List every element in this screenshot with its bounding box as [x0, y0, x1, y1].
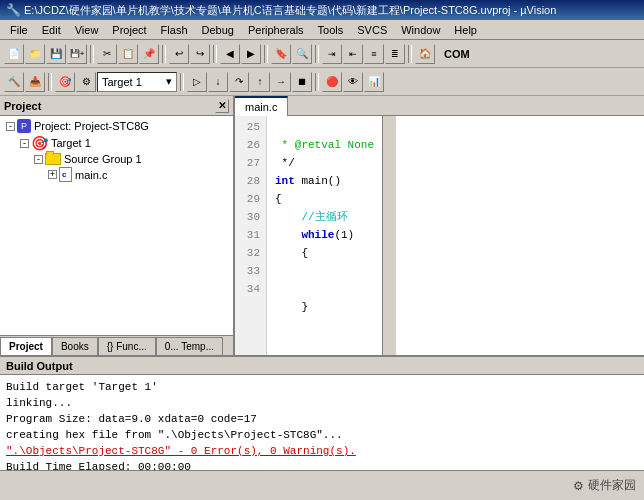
- line-num-30: 30: [239, 208, 260, 226]
- build-panel: Build Output Build target 'Target 1' lin…: [0, 355, 644, 470]
- sep2: [162, 45, 166, 63]
- menu-flash[interactable]: Flash: [155, 23, 194, 37]
- paste-btn[interactable]: 📌: [139, 44, 159, 64]
- folder-icon: [45, 153, 61, 165]
- breakpoint-btn[interactable]: 🔴: [322, 72, 342, 92]
- menu-edit[interactable]: Edit: [36, 23, 67, 37]
- sep8: [180, 73, 184, 91]
- code-line-33: }: [275, 301, 308, 313]
- tree-source-group[interactable]: - Source Group 1: [2, 152, 231, 166]
- menu-project[interactable]: Project: [106, 23, 152, 37]
- file-icon: [59, 167, 72, 182]
- step-out-btn[interactable]: ↑: [250, 72, 270, 92]
- target-icon: 🎯: [31, 135, 48, 151]
- code-line-25: * @retval None: [275, 139, 374, 151]
- tab-books[interactable]: Books: [52, 337, 98, 355]
- target-dropdown[interactable]: Target 1 ▾: [97, 72, 177, 92]
- menu-debug[interactable]: Debug: [196, 23, 240, 37]
- code-tab-bar: main.c: [235, 96, 644, 116]
- cut-btn[interactable]: ✂: [97, 44, 117, 64]
- menu-window[interactable]: Window: [395, 23, 446, 37]
- line-num-33: 33: [239, 262, 260, 280]
- toolbar-1: 📄 📁 💾 💾+ ✂ 📋 📌 ↩ ↪ ◀ ▶ 🔖 🔍 ⇥ ⇤ ≡ ≣ 🏠 COM: [0, 40, 644, 68]
- build-btn[interactable]: 🔨: [4, 72, 24, 92]
- app-icon: 🔧: [6, 3, 20, 17]
- title-bar: 🔧 E:\JCDZ\硬件家园\单片机教学\技术专题\单片机C语言基础专题\代码\…: [0, 0, 644, 20]
- project-tree[interactable]: - P Project: Project-STC8G - 🎯 Target 1 …: [0, 116, 233, 335]
- bookmark-btn[interactable]: 🔖: [271, 44, 291, 64]
- line-num-29: 29: [239, 190, 260, 208]
- code-editor[interactable]: * @retval None */ int main() { //主循环 whi…: [267, 116, 382, 355]
- load-btn[interactable]: 📥: [25, 72, 45, 92]
- expand-root[interactable]: -: [6, 122, 15, 131]
- outdent-btn[interactable]: ⇤: [343, 44, 363, 64]
- menu-svcs[interactable]: SVCS: [351, 23, 393, 37]
- tree-root[interactable]: - P Project: Project-STC8G: [2, 118, 231, 134]
- stop-btn[interactable]: ⏹: [292, 72, 312, 92]
- align-right-btn[interactable]: ≣: [385, 44, 405, 64]
- code-line-31: {: [275, 247, 308, 259]
- target-label: Target 1: [102, 76, 142, 88]
- new-file-btn[interactable]: 📄: [4, 44, 24, 64]
- content-area: Project ✕ - P Project: Project-STC8G - 🎯…: [0, 96, 644, 355]
- debug-start-btn[interactable]: ▷: [187, 72, 207, 92]
- project-panel: Project ✕ - P Project: Project-STC8G - 🎯…: [0, 96, 235, 355]
- com-label: COM: [444, 48, 470, 60]
- step-btn[interactable]: ↓: [208, 72, 228, 92]
- expand-source-group[interactable]: -: [34, 155, 43, 164]
- open-file-btn[interactable]: 📁: [25, 44, 45, 64]
- watch-btn[interactable]: 👁: [343, 72, 363, 92]
- toolbar-2: 🔨 📥 🎯 ⚙ Target 1 ▾ ▷ ↓ ↷ ↑ → ⏹ 🔴 👁 📊: [0, 68, 644, 96]
- build-line-3: Program Size: data=9.0 xdata=0 code=17: [6, 411, 638, 427]
- menu-help[interactable]: Help: [448, 23, 483, 37]
- sep5: [315, 45, 319, 63]
- tab-func[interactable]: {} Func...: [98, 337, 156, 355]
- menu-tools[interactable]: Tools: [312, 23, 350, 37]
- expand-main-c[interactable]: +: [48, 170, 57, 179]
- code-tab-main[interactable]: main.c: [235, 96, 288, 116]
- line-numbers: 25 26 27 28 29 30 31 32 33 34: [235, 116, 267, 355]
- save-all-btn[interactable]: 💾+: [67, 44, 87, 64]
- tab-project[interactable]: Project: [0, 337, 52, 355]
- manage-btn[interactable]: ⚙: [76, 72, 96, 92]
- line-num-34: 34: [239, 280, 260, 298]
- copy-btn[interactable]: 📋: [118, 44, 138, 64]
- tree-file-label: main.c: [75, 169, 107, 181]
- project-icon: P: [17, 119, 31, 133]
- build-header: Build Output: [0, 357, 644, 375]
- app-window: 🔧 E:\JCDZ\硬件家园\单片机教学\技术专题\单片机C语言基础专题\代码\…: [0, 0, 644, 500]
- code-line-30: while(1): [275, 229, 354, 241]
- line-num-32: 32: [239, 244, 260, 262]
- tab-temp[interactable]: 0... Temp...: [156, 337, 223, 355]
- watermark: ⚙ 硬件家园: [573, 477, 636, 494]
- step-over-btn[interactable]: ↷: [229, 72, 249, 92]
- run-cursor-btn[interactable]: →: [271, 72, 291, 92]
- code-scrollbar[interactable]: [382, 116, 396, 355]
- menu-peripherals[interactable]: Peripherals: [242, 23, 310, 37]
- tree-target[interactable]: - 🎯 Target 1: [2, 134, 231, 152]
- memory-btn[interactable]: 📊: [364, 72, 384, 92]
- align-left-btn[interactable]: ≡: [364, 44, 384, 64]
- watermark-icon: ⚙: [573, 479, 584, 493]
- build-line-2: linking...: [6, 395, 638, 411]
- expand-target[interactable]: -: [20, 139, 29, 148]
- save-btn[interactable]: 💾: [46, 44, 66, 64]
- code-content[interactable]: 25 26 27 28 29 30 31 32 33 34 * @retval …: [235, 116, 644, 355]
- workspace-btn[interactable]: 🏠: [415, 44, 435, 64]
- undo-btn[interactable]: ↩: [169, 44, 189, 64]
- indent-btn[interactable]: ⇥: [322, 44, 342, 64]
- code-line-28: {: [275, 193, 282, 205]
- find-btn[interactable]: 🔍: [292, 44, 312, 64]
- code-line-29: //主循环: [275, 211, 348, 223]
- menu-file[interactable]: File: [4, 23, 34, 37]
- build-line-6: Build Time Elapsed: 00:00:00: [6, 459, 638, 470]
- target-btn[interactable]: 🎯: [55, 72, 75, 92]
- nav-back-btn[interactable]: ◀: [220, 44, 240, 64]
- tree-main-c[interactable]: + main.c: [2, 166, 231, 183]
- menu-view[interactable]: View: [69, 23, 105, 37]
- project-panel-close[interactable]: ✕: [215, 99, 229, 113]
- line-num-31: 31: [239, 226, 260, 244]
- redo-btn[interactable]: ↪: [190, 44, 210, 64]
- build-content[interactable]: Build target 'Target 1' linking... Progr…: [0, 375, 644, 470]
- nav-fwd-btn[interactable]: ▶: [241, 44, 261, 64]
